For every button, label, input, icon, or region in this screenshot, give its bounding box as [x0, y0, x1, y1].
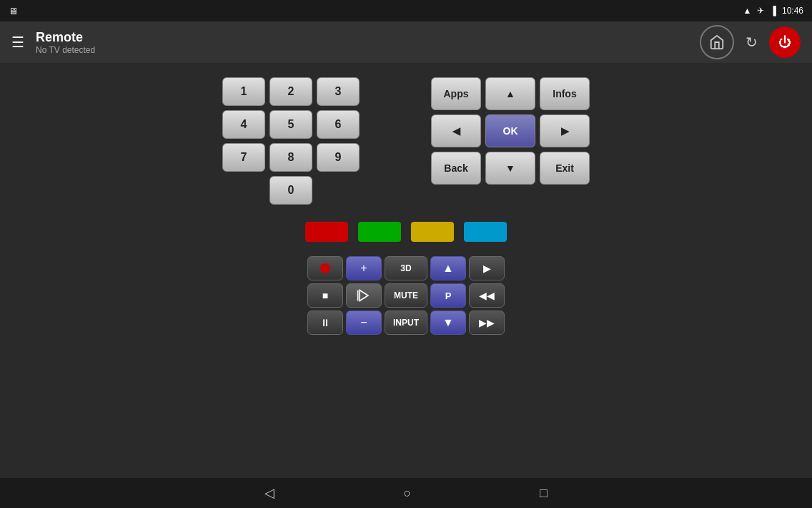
mute-3d-input-block: 3D MUTE INPUT: [385, 256, 427, 335]
mute-button[interactable]: MUTE: [385, 283, 427, 308]
channel-down-button[interactable]: ▼: [430, 311, 466, 335]
clock: 10:46: [782, 6, 803, 16]
media-row: ■ ⏸ + − 3D MUTE INPUT ▲ P ▼: [307, 256, 505, 335]
power-button[interactable]: ⏻: [769, 26, 801, 58]
bottom-nav: ◁ ○ □: [0, 478, 812, 508]
back-button[interactable]: Back: [431, 152, 481, 185]
svg-marker-0: [360, 290, 368, 301]
fast-forward-button[interactable]: ▶▶: [469, 311, 505, 335]
num-8-button[interactable]: 8: [269, 143, 312, 172]
nav-grid: Apps ▲ Infos ◀ OK ▶ Back ▼ Exit: [431, 77, 590, 185]
main-content: 1 2 3 4 5 6 7 8 9 0 Apps ▲ Infos ◀ OK ▶ …: [0, 63, 812, 478]
num-2-button[interactable]: 2: [269, 77, 312, 106]
playback-block: ▶ ◀◀ ▶▶: [469, 256, 505, 335]
num-0-button[interactable]: 0: [269, 176, 312, 205]
left-controls: ■ ⏸: [307, 256, 343, 335]
channel-up-button[interactable]: ▲: [430, 256, 466, 280]
screen-icon: 🖥: [9, 6, 18, 16]
yellow-button[interactable]: [411, 222, 454, 242]
channel-p-button[interactable]: P: [430, 283, 466, 308]
airplane-icon: ✈: [757, 6, 764, 16]
num-5-button[interactable]: 5: [269, 110, 312, 139]
blue-button[interactable]: [464, 222, 507, 242]
nav-back-button[interactable]: ◁: [264, 485, 274, 501]
numpad: 1 2 3 4 5 6 7 8 9 0: [222, 77, 360, 205]
apps-button[interactable]: Apps: [431, 77, 481, 110]
play-button[interactable]: ▶: [469, 256, 505, 280]
3d-button[interactable]: 3D: [385, 256, 427, 280]
num-1-button[interactable]: 1: [222, 77, 265, 106]
down-button[interactable]: ▼: [485, 152, 535, 185]
right-button[interactable]: ▶: [540, 114, 590, 147]
num-4-button[interactable]: 4: [222, 110, 265, 139]
num-6-button[interactable]: 6: [317, 110, 360, 139]
nav-home-button[interactable]: ○: [403, 486, 411, 501]
volume-down-button[interactable]: −: [346, 311, 382, 335]
green-button[interactable]: [358, 222, 401, 242]
channel-block: ▲ P ▼: [430, 256, 466, 335]
infos-button[interactable]: Infos: [540, 77, 590, 110]
app-title: Remote: [36, 30, 688, 45]
status-right: ▲ ✈ ▐ 10:46: [743, 6, 803, 16]
color-row: [305, 222, 507, 242]
input-button[interactable]: INPUT: [385, 311, 427, 335]
title-group: Remote No TV detected: [36, 30, 688, 55]
up-button[interactable]: ▲: [485, 77, 535, 110]
controls-row: 1 2 3 4 5 6 7 8 9 0 Apps ▲ Infos ◀ OK ▶ …: [222, 77, 590, 205]
battery-icon: ▐: [770, 6, 776, 16]
left-button[interactable]: ◀: [431, 114, 481, 147]
status-left: 🖥: [9, 6, 18, 16]
top-bar: ☰ Remote No TV detected ↻ ⏻: [0, 21, 812, 63]
stop-button[interactable]: ■: [307, 283, 343, 308]
exit-button[interactable]: Exit: [540, 152, 590, 185]
refresh-button[interactable]: ↻: [746, 34, 758, 51]
home-button[interactable]: [700, 25, 734, 59]
num-7-button[interactable]: 7: [222, 143, 265, 172]
nav-recent-button[interactable]: □: [540, 486, 548, 501]
signal-button[interactable]: [346, 283, 382, 308]
status-bar: 🖥 ▲ ✈ ▐ 10:46: [0, 0, 812, 21]
menu-button[interactable]: ☰: [11, 34, 24, 51]
volume-block: + −: [346, 256, 382, 335]
pause-button[interactable]: ⏸: [307, 311, 343, 335]
num-3-button[interactable]: 3: [317, 77, 360, 106]
app-subtitle: No TV detected: [36, 45, 688, 55]
num-9-button[interactable]: 9: [317, 143, 360, 172]
record-button[interactable]: [307, 256, 343, 280]
red-button[interactable]: [305, 222, 348, 242]
record-dot-icon: [320, 263, 330, 273]
rewind-button[interactable]: ◀◀: [469, 283, 505, 308]
wifi-icon: ▲: [743, 6, 752, 16]
ok-button[interactable]: OK: [485, 114, 535, 147]
volume-up-button[interactable]: +: [346, 256, 382, 280]
